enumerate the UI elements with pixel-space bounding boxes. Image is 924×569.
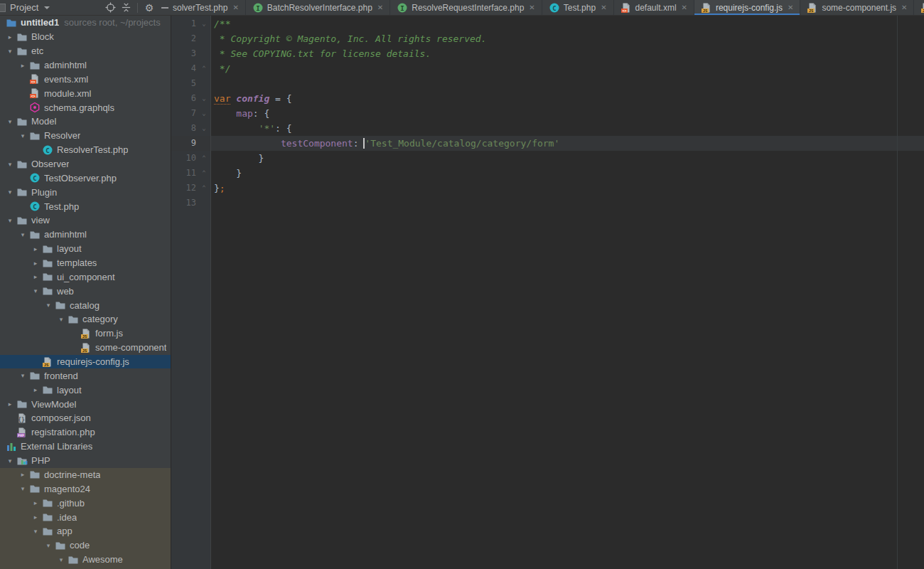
editor-code-area[interactable]: /** * Copyright © Magento, Inc. All righ… <box>211 16 924 569</box>
code-line-10[interactable]: } <box>211 151 924 166</box>
tree-item-app[interactable]: ▾app <box>0 524 171 538</box>
tree-item-ui-component[interactable]: ▸ui_component <box>0 270 171 284</box>
fold-icon[interactable]: ⌄ <box>200 16 208 31</box>
fold-icon[interactable]: ⌄ <box>200 121 208 136</box>
fold-icon[interactable]: ⌄ <box>200 106 208 121</box>
tree-item--github[interactable]: ▸.github <box>0 496 171 510</box>
fold-icon[interactable]: ⌃ <box>200 151 208 166</box>
tree-item-model[interactable]: ▾Model <box>0 115 171 129</box>
collapse-arrow-icon[interactable]: ▾ <box>16 485 29 492</box>
tree-item-observer[interactable]: ▾Observer <box>0 157 171 171</box>
tree-item-module-xml[interactable]: <>module.xml <box>0 86 171 100</box>
collapse-arrow-icon[interactable]: ▾ <box>4 217 16 224</box>
tree-item-composer-json[interactable]: {}composer.json <box>0 411 171 425</box>
expand-arrow-icon[interactable]: ▸ <box>29 260 42 267</box>
code-line-4[interactable]: */ <box>211 61 924 76</box>
tree-item-testobserver-php[interactable]: CTestObserver.php <box>0 171 171 185</box>
collapse-arrow-icon[interactable]: ▾ <box>55 316 68 323</box>
tree-item-code[interactable]: ▾code <box>0 538 171 553</box>
tree-item-test-php[interactable]: CTest.php <box>0 199 171 213</box>
code-line-8[interactable]: '*': { <box>211 121 924 136</box>
tree-item-magento24[interactable]: ▾magento24 <box>0 482 171 496</box>
expand-arrow-icon[interactable]: ▸ <box>4 400 16 408</box>
tab-fo[interactable]: JSfo <box>914 0 924 15</box>
tree-item-category[interactable]: ▾category <box>0 312 171 326</box>
tree-item-some-component[interactable]: JSsome-component <box>0 341 171 355</box>
code-line-1[interactable]: /** <box>211 16 924 31</box>
tab-close-icon[interactable]: ✕ <box>601 4 606 11</box>
collapse-arrow-icon[interactable]: ▾ <box>4 161 16 168</box>
tab-solvertest-php[interactable]: solverTest.php✕ <box>171 0 246 15</box>
code-line-13[interactable] <box>211 196 924 211</box>
project-tree-panel[interactable]: untitled1sources root, ~/projects▸Block▾… <box>0 16 171 569</box>
tree-item-awesome[interactable]: ▾Awesome <box>0 553 171 567</box>
tab-close-icon[interactable]: ✕ <box>901 4 907 11</box>
fold-icon[interactable]: ⌃ <box>200 61 208 76</box>
tree-item-web[interactable]: ▾web <box>0 284 171 298</box>
collapse-arrow-icon[interactable]: ▾ <box>4 48 16 55</box>
tree-item-viewmodel[interactable]: ▸ViewModel <box>0 397 171 411</box>
code-line-12[interactable]: }; <box>211 181 924 196</box>
hide-panel-icon[interactable] <box>159 1 171 14</box>
expand-arrow-icon[interactable]: ▸ <box>29 514 42 521</box>
collapse-arrow-icon[interactable]: ▾ <box>42 302 55 309</box>
code-line-9[interactable]: testComponent: 'Test_Module/catalog/cate… <box>211 136 924 151</box>
tree-item-untitled1[interactable]: untitled1sources root, ~/projects <box>0 16 171 30</box>
tree-item-layout[interactable]: ▸layout <box>0 242 171 256</box>
expand-arrow-icon[interactable]: ▸ <box>29 499 42 506</box>
expand-arrow-icon[interactable]: ▸ <box>29 386 42 393</box>
expand-arrow-icon[interactable]: ▸ <box>16 471 29 478</box>
collapse-arrow-icon[interactable]: ▾ <box>4 457 16 464</box>
code-line-5[interactable] <box>211 76 924 91</box>
tree-item-etc[interactable]: ▾etc <box>0 44 171 58</box>
expand-arrow-icon[interactable]: ▸ <box>16 62 29 69</box>
code-editor[interactable]: 1⌄234⌃56⌄7⌄8⌄910⌃11⌃12⌃13 /** * Copyrigh… <box>171 16 924 569</box>
tab-batchresolverinterface-php[interactable]: IBatchResolverInterface.php✕ <box>246 0 390 15</box>
tree-item-templates[interactable]: ▸templates <box>0 256 171 270</box>
tree-item-resolver[interactable]: ▾Resolver <box>0 129 171 143</box>
collapse-arrow-icon[interactable]: ▾ <box>42 542 55 549</box>
code-line-7[interactable]: map: { <box>211 106 924 121</box>
tree-item-php[interactable]: ▾PHP <box>0 454 171 468</box>
collapse-arrow-icon[interactable]: ▾ <box>55 556 68 563</box>
chevron-down-icon[interactable] <box>44 6 50 9</box>
tree-item-form-js[interactable]: JSform.js <box>0 326 171 341</box>
tab-close-icon[interactable]: ✕ <box>377 4 383 11</box>
tree-item-requirejs-config-js[interactable]: JSrequirejs-config.js <box>0 355 171 369</box>
collapse-all-icon[interactable] <box>119 1 132 14</box>
fold-icon[interactable]: ⌃ <box>200 181 208 196</box>
tree-item-block[interactable]: ▸Block <box>0 30 171 44</box>
tree-item-view[interactable]: ▾view <box>0 213 171 228</box>
tree-item-external-libraries[interactable]: External Libraries <box>0 440 171 454</box>
tab-some-component-js[interactable]: JSsome-component.js✕ <box>800 0 914 15</box>
tab-default-xml[interactable]: <>default.xml✕ <box>614 0 694 15</box>
tree-item-plugin[interactable]: ▾Plugin <box>0 185 171 199</box>
expand-arrow-icon[interactable]: ▸ <box>29 273 42 280</box>
tab-close-icon[interactable]: ✕ <box>682 4 687 11</box>
locate-target-icon[interactable] <box>104 1 117 14</box>
tree-item-partial[interactable]: ▾ <box>0 567 171 569</box>
tree-item-layout[interactable]: ▸layout <box>0 383 171 397</box>
fold-icon[interactable]: ⌃ <box>200 166 208 181</box>
project-view-selector[interactable]: Project <box>10 2 38 13</box>
tab-close-icon[interactable]: ✕ <box>788 4 793 11</box>
settings-gear-icon[interactable]: ⚙ <box>143 1 156 14</box>
tree-item-schema-graphqls[interactable]: schema.graphqls <box>0 100 171 115</box>
tab-close-icon[interactable]: ✕ <box>232 4 238 11</box>
code-line-2[interactable]: * Copyright © Magento, Inc. All rights r… <box>211 31 924 46</box>
tree-item-registration-php[interactable]: PHPregistration.php <box>0 425 171 440</box>
tree-item-adminhtml[interactable]: ▸adminhtml <box>0 58 171 73</box>
tree-item-frontend[interactable]: ▾frontend <box>0 368 171 383</box>
tree-item-doctrine-meta[interactable]: ▸doctrine-meta <box>0 468 171 482</box>
collapse-arrow-icon[interactable]: ▾ <box>4 118 16 125</box>
collapse-arrow-icon[interactable]: ▾ <box>16 231 29 238</box>
tree-item-adminhtml[interactable]: ▾adminhtml <box>0 228 171 242</box>
collapse-arrow-icon[interactable]: ▾ <box>4 188 16 196</box>
tree-item-catalog[interactable]: ▾catalog <box>0 298 171 312</box>
expand-arrow-icon[interactable]: ▸ <box>29 245 42 252</box>
collapse-arrow-icon[interactable]: ▾ <box>29 528 42 535</box>
code-line-3[interactable]: * See COPYING.txt for license details. <box>211 46 924 61</box>
code-line-6[interactable]: var config = { <box>211 91 924 106</box>
collapse-arrow-icon[interactable]: ▾ <box>16 372 29 379</box>
expand-arrow-icon[interactable]: ▸ <box>4 33 16 41</box>
